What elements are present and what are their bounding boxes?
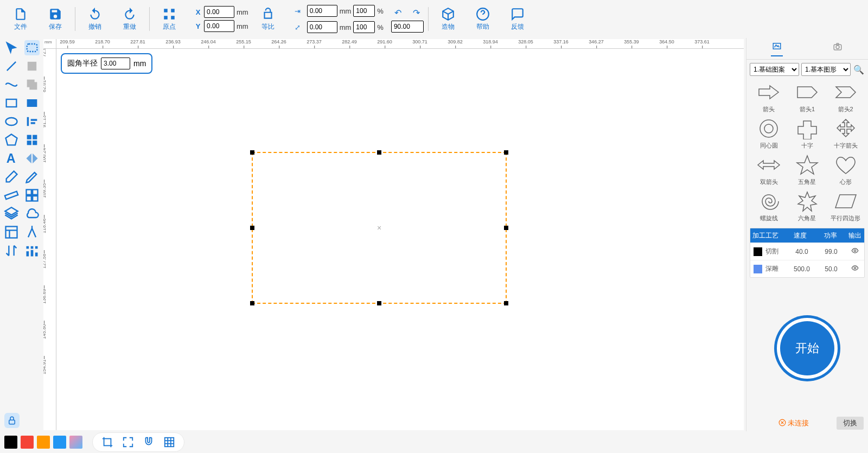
shape-fill-tool[interactable] (24, 59, 40, 74)
center-marker: × (377, 224, 381, 232)
rotation-input[interactable] (391, 21, 424, 33)
polygon-tool[interactable] (4, 132, 19, 148)
shape-6[interactable]: 双箭头 (751, 154, 787, 186)
process-row-1[interactable]: 深雕500.050.0 (750, 260, 864, 277)
svg-point-41 (854, 250, 856, 252)
svg-rect-20 (33, 141, 37, 145)
start-button[interactable]: 开始 (780, 321, 834, 375)
layers-tool[interactable] (4, 206, 19, 221)
make-button[interactable]: 造物 (433, 3, 463, 35)
round-rect-tool[interactable] (24, 40, 40, 55)
svg-rect-50 (9, 420, 15, 424)
shape-7[interactable]: 五角星 (789, 154, 826, 186)
connection-status: 未连接 (751, 418, 837, 428)
fill-rect-tool[interactable] (24, 95, 40, 111)
color-swatch-2[interactable] (37, 436, 50, 449)
y-input[interactable] (204, 20, 234, 32)
shape-5[interactable]: 十字箭头 (827, 118, 864, 150)
handle-ne[interactable] (504, 150, 508, 155)
pen-tool[interactable] (24, 169, 40, 184)
ratio-button[interactable]: 等比 (253, 3, 283, 35)
align-tool[interactable] (24, 114, 40, 129)
shape-4[interactable]: 十字 (789, 118, 826, 150)
grid-tool[interactable] (24, 132, 40, 148)
round-radius-input[interactable] (101, 58, 130, 69)
cloud-tool[interactable] (24, 206, 40, 221)
settings-tool[interactable] (24, 243, 40, 258)
curve-tool[interactable] (4, 77, 19, 92)
shape-8[interactable]: 心形 (827, 154, 864, 186)
process-panel: 加工工艺 速度 功率 输出 切割40.099.0深雕500.050.0 (750, 228, 865, 278)
height-input[interactable] (307, 21, 337, 33)
width-icon: ⇥ (291, 4, 305, 18)
tab-camera[interactable] (832, 42, 844, 56)
lock-button[interactable] (4, 413, 20, 428)
undo-button[interactable]: 撤销 (80, 3, 110, 35)
compass-tool[interactable] (24, 225, 40, 240)
rect-tool[interactable] (4, 95, 19, 111)
search-icon[interactable]: 🔍 (853, 65, 865, 75)
handle-s[interactable] (377, 301, 381, 305)
height-pct-input[interactable] (353, 21, 375, 33)
layout-tool[interactable] (4, 225, 19, 240)
width-pct-input[interactable] (353, 5, 375, 17)
rotate-cw-icon[interactable]: ↷ (410, 5, 424, 20)
color-swatch-3[interactable] (53, 436, 66, 449)
selection-box[interactable]: × (252, 152, 507, 304)
left-toolbar: A (0, 38, 43, 431)
handle-nw[interactable] (250, 150, 254, 155)
origin-button[interactable]: 原点 (154, 3, 184, 35)
x-input[interactable] (204, 6, 234, 18)
text-tool[interactable]: A (4, 151, 19, 166)
shape-1[interactable]: 箭头1 (789, 81, 826, 113)
rotation-group: ↶ ↷ (391, 5, 424, 33)
width-input[interactable] (307, 5, 337, 17)
save-icon (48, 7, 62, 21)
shape-3[interactable]: 同心圆 (751, 118, 787, 150)
feedback-icon (510, 7, 525, 21)
copy-tool[interactable] (24, 77, 40, 92)
shape-10[interactable]: 六角星 (789, 190, 826, 222)
process-row-0[interactable]: 切割40.099.0 (750, 243, 864, 260)
handle-se[interactable] (504, 301, 508, 305)
crop-icon[interactable] (101, 436, 113, 448)
svg-rect-22 (5, 192, 18, 200)
file-button[interactable]: 文件 (5, 3, 36, 35)
rotate-ccw-icon[interactable]: ↶ (391, 5, 405, 20)
feedback-button[interactable]: 反馈 (502, 3, 533, 35)
svg-rect-11 (27, 99, 37, 107)
subcategory-select[interactable]: 1.基本图形 (801, 63, 851, 76)
tab-shapes[interactable] (771, 41, 783, 56)
fit-icon[interactable] (122, 436, 134, 448)
color-swatch-4[interactable] (69, 436, 82, 449)
color-swatch-1[interactable] (21, 436, 34, 449)
switch-button[interactable]: 切换 (837, 417, 864, 430)
color-swatch-0[interactable] (4, 436, 17, 449)
sort-tool[interactable] (4, 243, 19, 258)
select-tool[interactable] (4, 40, 19, 55)
shape-11[interactable]: 平行四边形 (827, 190, 864, 222)
svg-rect-2 (164, 16, 168, 20)
shape-2[interactable]: 箭头2 (827, 81, 864, 113)
canvas-area[interactable]: mm 209.59218.70227.81236.93246.04255.152… (43, 39, 744, 430)
ruler-tool[interactable] (4, 188, 19, 203)
handle-n[interactable] (377, 150, 381, 155)
ellipse-tool[interactable] (4, 114, 19, 129)
line-tool[interactable] (4, 59, 19, 74)
help-button[interactable]: 帮助 (468, 3, 498, 35)
mirror-tool[interactable] (24, 151, 40, 166)
array-tool[interactable] (24, 188, 40, 203)
eraser-tool[interactable] (4, 169, 19, 184)
redo-button[interactable]: 重做 (114, 3, 145, 35)
shape-9[interactable]: 螺旋线 (751, 190, 787, 222)
save-button[interactable]: 保存 (40, 3, 71, 35)
shape-0[interactable]: 箭头 (751, 81, 787, 113)
handle-sw[interactable] (250, 301, 254, 305)
right-panel: 1.基础图案 1.基本图形 🔍 箭头箭头1箭头2同心圆十字十字箭头双箭头五角星心… (746, 38, 868, 431)
svg-rect-13 (27, 117, 29, 126)
handle-w[interactable] (250, 226, 254, 230)
handle-e[interactable] (504, 226, 508, 230)
magnet-icon[interactable] (143, 436, 155, 448)
category-select[interactable]: 1.基础图案 (750, 63, 799, 76)
grid-icon[interactable] (163, 436, 175, 448)
